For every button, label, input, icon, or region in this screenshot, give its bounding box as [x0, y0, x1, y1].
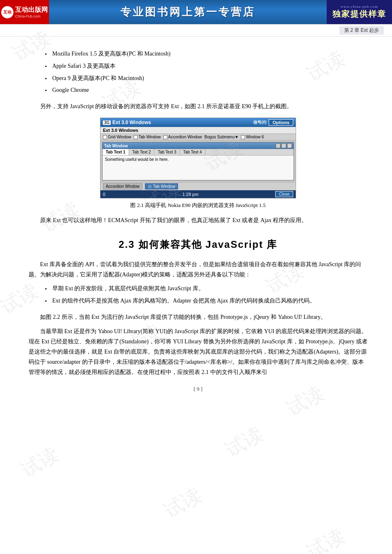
nav-bogus-submenu[interactable]: Bogus Submenu▼ [205, 135, 239, 139]
exclusive-text: 独家提供样章 [332, 9, 386, 20]
tab-window-label: Tab Window [153, 184, 175, 189]
logo-name: 互动出版网 [15, 6, 48, 14]
inner-titlebar: Tab Window - □ × [102, 142, 294, 149]
site-url: www.china-pub.com [341, 4, 378, 9]
phone-tabs: Tab Text 1 Tab Text 2 Tab Text 3 Tab Tex… [102, 149, 294, 156]
nav-accordion-window[interactable]: Accordion Window [163, 135, 202, 139]
paragraph-2: 原来 Ext 也可以这样地用！ECMAScript 开拓了我们的眼界，也真正地拓… [29, 215, 368, 225]
paragraph-1: 另外，支持 JavaScript 的移动设备的浏览器亦可支持 Ext，如图 2.… [29, 101, 368, 111]
phone-subtitle: Ext 3.0 Windows [100, 127, 296, 134]
logo: 互动 互动出版网 China-Pub.com [0, 0, 49, 24]
phone-statusbar: 0 1:28 pm Close [100, 190, 296, 198]
tab-window-icon [148, 185, 152, 189]
content-text: Something useful would be in here. [105, 157, 169, 162]
inner-window: Tab Window - □ × Tab Text 1 Tab Text 2 T… [102, 142, 294, 180]
nav-grid-window[interactable]: Grid Window [103, 135, 131, 139]
chapter-label: 第 2 章 Ext 起步 [339, 26, 384, 35]
phone-screenshot: 3G Ext 3.0 Windows 信号(#) Options Ext 3.0… [100, 118, 296, 198]
maximize-button[interactable]: □ [281, 143, 286, 148]
phone-titlebar: 3G Ext 3.0 Windows 信号(#) Options [100, 118, 296, 127]
accordion-icon [163, 135, 167, 139]
main-content: Mozilla Firefox 1.5 及更高版本(PC 和 Macintosh… [0, 37, 392, 405]
subtitle-text: Ext 3.0 Windows [103, 128, 138, 133]
close-btn[interactable]: Close [275, 191, 293, 197]
logo-url: China-Pub.com [15, 14, 48, 18]
window6-icon [241, 135, 245, 139]
header-banner: 专业图书网上第一专营店 [49, 0, 327, 24]
paragraph-3: Ext 库具备全面的 API，尝试着为我们提供完整的整合开发平台，但是如果结合遗… [29, 259, 368, 280]
paragraph-4: 如图 2.2 所示，当前 Ext 为流行的 JavaScript 库提供了功能的… [29, 312, 368, 322]
inner-window-title: Tab Window [104, 144, 128, 148]
list-item: Opera 9 及更高版本(PC 和 Macintosh) [45, 73, 368, 83]
signal-indicator: 3G [103, 120, 111, 125]
header-right: www.china-pub.com 独家提供样章 [327, 0, 392, 24]
list-item: Mozilla Firefox 1.5 及更高版本(PC 和 Macintosh… [45, 49, 368, 59]
window-controls: - □ × [276, 143, 292, 148]
status-time: 1:28 pm [182, 192, 198, 197]
close-button[interactable]: × [287, 143, 292, 148]
phone-window-area: Tab Window - □ × Tab Text 1 Tab Text 2 T… [100, 140, 296, 182]
grid-icon [103, 135, 107, 139]
tab-3[interactable]: Tab Text 3 [154, 149, 180, 155]
figure-caption: 图 2.1 高端手机 Nokia E90 内嵌的浏览器支持 JavaScript… [130, 202, 265, 209]
list-item: Google Chrome [45, 85, 368, 95]
status-counter: 0 [103, 192, 105, 197]
nav-window6[interactable]: Window 6 [241, 135, 264, 139]
phone-content: Something useful would be in here. [102, 156, 294, 180]
tab-icon [134, 135, 138, 139]
options-button[interactable]: Options [269, 119, 293, 126]
tab-1[interactable]: Tab Text 1 [102, 149, 129, 155]
accordion-tab[interactable]: Accordion Window [103, 183, 143, 189]
list-item: Ext 的组件代码不是按其他 Ajax 库的风格写的。Adapter 会把其他 … [45, 296, 368, 306]
signal-text: 信号(#) [253, 120, 266, 125]
tab-4[interactable]: Tab Text 4 [180, 149, 205, 155]
tab-window-btn[interactable]: Tab Window [145, 183, 178, 189]
section-title: 2.3 如何兼容其他 JavaScript 库 [29, 238, 368, 251]
browser-list: Mozilla Firefox 1.5 及更高版本(PC 和 Macintosh… [45, 49, 368, 95]
banner-text: 专业图书网上第一专营店 [120, 5, 255, 19]
chapter-bar: 第 2 章 Ext 起步 [0, 24, 392, 37]
adapter-list: 早期 Ext 的开发阶段，其底层代码是依附其他 JavaScript 库。 Ex… [45, 284, 368, 306]
page-header: 互动 互动出版网 China-Pub.com 专业图书网上第一专营店 www.c… [0, 0, 392, 24]
paragraph-5: 当最早期 Ext 还是作为 Yahoo UI! Library(简称 YUI)的… [29, 326, 368, 378]
list-item: 早期 Ext 的开发阶段，其底层代码是依附其他 JavaScript 库。 [45, 284, 368, 294]
phone-bottom-bar: Accordion Window Tab Window [100, 182, 296, 190]
tab-2[interactable]: Tab Text 2 [129, 149, 154, 155]
phone-navbar: Grid Window Tab Window Accordion Window … [100, 134, 296, 140]
app-title: Ext 3.0 Windows [112, 120, 151, 125]
minimize-button[interactable]: - [276, 143, 281, 148]
figure-container: 3G Ext 3.0 Windows 信号(#) Options Ext 3.0… [29, 118, 368, 209]
nav-tab-window[interactable]: Tab Window [134, 135, 160, 139]
accordion-label: Accordion Window [106, 184, 140, 189]
page-number: [ 9 ] [29, 386, 368, 392]
list-item: Apple Safari 3 及更高版本 [45, 61, 368, 71]
